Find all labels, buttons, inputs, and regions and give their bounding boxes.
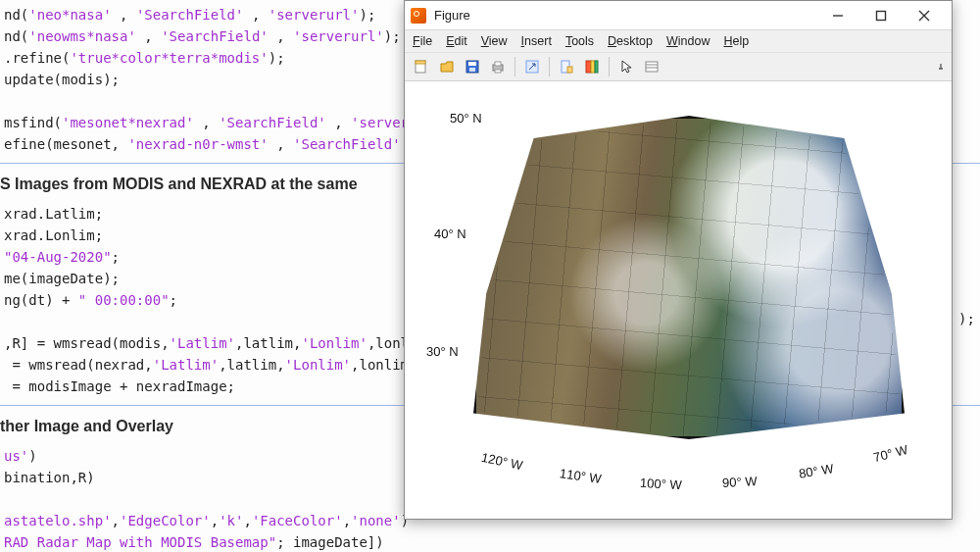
menu-file[interactable]: File xyxy=(413,34,432,48)
menu-view[interactable]: View xyxy=(481,34,508,48)
matlab-icon xyxy=(411,8,426,24)
close-button[interactable] xyxy=(903,2,946,29)
lon-tick-label: 120° W xyxy=(480,450,524,474)
svg-rect-13 xyxy=(591,61,595,73)
menu-help[interactable]: Help xyxy=(723,34,749,48)
lon-tick-label: 80° W xyxy=(798,461,834,480)
lat-tick-label: 50° N xyxy=(450,111,482,125)
menu-window[interactable]: Window xyxy=(666,34,710,48)
titlebar[interactable]: Figure xyxy=(405,1,952,30)
menu-insert[interactable]: Insert xyxy=(521,34,552,48)
lat-tick-label: 40° N xyxy=(434,226,466,241)
color-order-icon[interactable] xyxy=(581,56,603,77)
svg-rect-14 xyxy=(595,61,598,73)
toolbar-overflow-icon[interactable] xyxy=(934,60,948,74)
menu-edit[interactable]: Edit xyxy=(446,34,467,48)
menu-desktop[interactable]: Desktop xyxy=(608,34,653,48)
minimize-button[interactable] xyxy=(816,2,859,29)
maximize-button[interactable] xyxy=(859,2,903,29)
toolbar-separator xyxy=(549,57,550,76)
figure-window: Figure FileEditViewInsertToolsDesktopWin… xyxy=(404,0,953,520)
toolbar-separator xyxy=(609,57,610,76)
lon-tick-label: 70° W xyxy=(872,442,909,465)
toolbar-separator xyxy=(514,57,515,76)
lon-tick-label: 90° W xyxy=(722,474,758,490)
svg-rect-11 xyxy=(567,67,572,73)
data-cursor-icon[interactable] xyxy=(556,56,577,77)
map-axes xyxy=(473,116,905,439)
svg-rect-5 xyxy=(469,68,475,72)
menubar[interactable]: FileEditViewInsertToolsDesktopWindowHelp xyxy=(405,30,952,52)
svg-rect-0 xyxy=(877,11,886,20)
link-icon[interactable] xyxy=(521,56,543,77)
save-icon[interactable] xyxy=(462,56,483,77)
svg-rect-7 xyxy=(495,62,501,66)
insert-object-icon[interactable] xyxy=(641,56,662,77)
svg-rect-2 xyxy=(416,61,425,64)
svg-rect-8 xyxy=(495,70,501,73)
map-image xyxy=(473,116,905,439)
figure-canvas[interactable]: 50° N 40° N 30° N 120° W 110° W 100° W 9… xyxy=(405,81,952,519)
pointer-icon[interactable] xyxy=(615,56,637,77)
window-title: Figure xyxy=(434,8,470,23)
open-icon[interactable] xyxy=(436,56,458,77)
code-fragment: ); xyxy=(958,311,975,326)
menu-tools[interactable]: Tools xyxy=(565,34,594,48)
print-icon[interactable] xyxy=(487,56,509,77)
figure-toolbar[interactable] xyxy=(405,52,952,81)
svg-rect-4 xyxy=(468,62,476,66)
lon-tick-label: 110° W xyxy=(559,466,602,486)
svg-rect-15 xyxy=(646,62,658,72)
code-line[interactable]: RAD Radar Map with MODIS Basemap"; image… xyxy=(0,531,980,552)
lat-tick-label: 30° N xyxy=(426,344,459,359)
new-figure-icon[interactable] xyxy=(411,56,432,77)
svg-rect-12 xyxy=(586,61,591,73)
lon-tick-label: 100° W xyxy=(640,476,683,492)
